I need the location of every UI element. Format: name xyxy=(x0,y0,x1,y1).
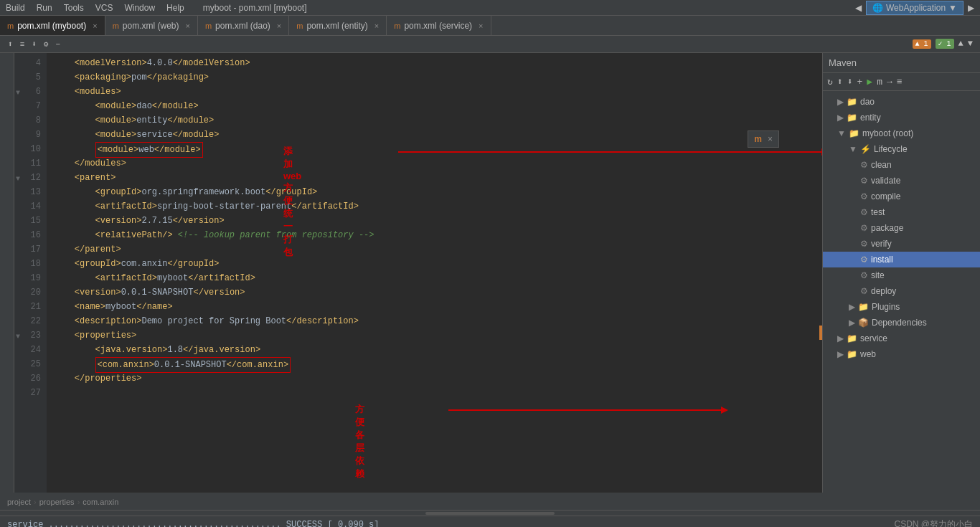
warning-badge[interactable]: ▲ 1 xyxy=(913,39,931,49)
gutter-18: 18 xyxy=(14,257,47,271)
tab-pom-myboot[interactable]: m pom.xml (myboot) × xyxy=(0,16,105,36)
gutter-26: 26 xyxy=(14,371,47,386)
breadcrumb-sep-1: › xyxy=(34,498,37,506)
gutter-22: 22 xyxy=(14,314,47,328)
menu-item-run[interactable]: Run xyxy=(37,3,52,13)
tab-close-service[interactable]: × xyxy=(479,22,483,30)
code-line-4: <modelVersion>4.0.0</modelVersion> xyxy=(47,56,822,70)
code-line-6: <modules> xyxy=(47,85,822,99)
maven-tree-entity[interactable]: ▶ 📁 entity xyxy=(823,110,980,125)
webapp-label: WebApplication xyxy=(886,3,946,13)
maven-compile-gear-icon: ⚙ xyxy=(860,191,868,201)
maven-download-btn[interactable]: ⬇ xyxy=(847,76,853,87)
maven-tree-deploy[interactable]: ⚙ deploy xyxy=(823,283,980,299)
maven-tree-validate[interactable]: ⚙ validate xyxy=(823,173,980,189)
maven-tree-package[interactable]: ⚙ package xyxy=(823,220,980,236)
code-line-15: <version>2.7.15</version> xyxy=(47,214,822,228)
maven-tree-install[interactable]: ⚙ install xyxy=(823,252,980,267)
gutter-17: 17 xyxy=(14,242,47,257)
code-line-22: <description>Demo project for Spring Boo… xyxy=(47,314,822,328)
gutter-10: 10 xyxy=(14,142,47,156)
breadcrumb-comanxin[interactable]: com.anxin xyxy=(83,498,118,506)
tab-pom-dao[interactable]: m pom.xml (dao) × xyxy=(198,16,289,36)
status-bar: service ................................… xyxy=(0,516,980,527)
maven-refresh-btn[interactable]: ↻ xyxy=(827,76,833,87)
maven-plugins-label: Plugins xyxy=(872,302,900,312)
right-marker xyxy=(819,326,822,340)
tab-pom-entity[interactable]: m pom.xml (entity) × xyxy=(289,16,387,36)
code-line-13: <groupId>org.springframework.boot</group… xyxy=(47,185,822,199)
unfold-controls[interactable]: ▼ xyxy=(968,39,973,49)
tab-close-entity[interactable]: × xyxy=(374,22,379,30)
menu-item-help[interactable]: Help xyxy=(166,3,184,13)
maven-dao-folder-icon: 📁 xyxy=(847,97,857,107)
toolbar-btn-1[interactable]: ⬆ xyxy=(6,39,15,49)
maven-run-btn[interactable]: ▶ xyxy=(867,76,872,87)
gutter-11: 11 xyxy=(14,156,47,171)
maven-tree-lifecycle[interactable]: ▼ ⚡ Lifecycle xyxy=(823,141,980,157)
maven-upload-btn[interactable]: ⬆ xyxy=(837,76,843,87)
menu-item-build[interactable]: Build xyxy=(6,3,25,13)
toolbar-minus-icon[interactable]: − xyxy=(53,40,62,49)
menu-item-tools[interactable]: Tools xyxy=(64,3,84,13)
maven-package-gear-icon: ⚙ xyxy=(860,223,868,233)
dialog-close-btn[interactable]: × xyxy=(768,134,773,144)
maven-clean-label: clean xyxy=(871,160,892,170)
maven-add-btn[interactable]: + xyxy=(857,77,862,87)
maven-package-label: package xyxy=(871,223,903,233)
gutter-24: 24 xyxy=(14,343,47,357)
maven-deps-expand-icon: ▶ xyxy=(849,318,855,328)
nav-forward-icon[interactable]: ▶ xyxy=(968,3,974,13)
tab-pom-service[interactable]: m pom.xml (service) × xyxy=(387,16,491,36)
maven-validate-gear-icon: ⚙ xyxy=(860,176,868,186)
maven-tree-web[interactable]: ▶ 📁 web xyxy=(823,346,980,362)
maven-tree-site[interactable]: ⚙ site xyxy=(823,267,980,283)
tab-close-myboot[interactable]: × xyxy=(93,22,97,30)
maven-m-btn[interactable]: m xyxy=(877,77,882,87)
maven-menu-btn[interactable]: ≡ xyxy=(897,77,903,87)
maven-tree-service[interactable]: ▶ 📁 service xyxy=(823,331,980,346)
code-line-10: <module>web</module> xyxy=(47,142,822,156)
code-editor[interactable]: 4 5 6 ▼ 7 8 9 10 11 12 ▼ 13 14 15 16 17 … xyxy=(14,53,822,493)
toolbar-btn-2[interactable]: ≡ xyxy=(18,40,27,49)
menu-item-window[interactable]: Window xyxy=(124,3,155,13)
nav-back-icon[interactable]: ◀ xyxy=(855,3,862,13)
maven-tree-dao[interactable]: ▶ 📁 dao xyxy=(823,94,980,110)
webapp-selector[interactable]: 🌐 WebApplication ▼ xyxy=(866,1,963,15)
code-line-24: <java.version>1.8</java.version> xyxy=(47,343,822,357)
fold-controls[interactable]: ▲ xyxy=(958,39,963,49)
menu-item-vcs[interactable]: VCS xyxy=(95,3,113,13)
code-lines: <modelVersion>4.0.0</modelVersion> <pack… xyxy=(47,53,822,493)
tab-pom-web[interactable]: m pom.xml (web) × xyxy=(105,16,198,36)
breadcrumb-project[interactable]: project xyxy=(7,498,31,506)
maven-tree-plugins[interactable]: ▶ 📁 Plugins xyxy=(823,299,980,315)
breadcrumb-properties[interactable]: properties xyxy=(39,498,75,506)
maven-entity-label: entity xyxy=(860,113,881,123)
horizontal-scrollbar[interactable] xyxy=(0,510,980,516)
gutter-15: 15 xyxy=(14,214,47,228)
maven-tree-verify[interactable]: ⚙ verify xyxy=(823,236,980,252)
toolbar-gear-icon[interactable]: ⚙ xyxy=(42,39,51,49)
maven-tree-compile[interactable]: ⚙ compile xyxy=(823,189,980,204)
maven-dao-expand-icon: ▶ xyxy=(837,97,844,107)
maven-web-label: web xyxy=(860,349,876,359)
maven-tree-myboot[interactable]: ▼ 📁 myboot (root) xyxy=(823,125,980,141)
maven-tree-test[interactable]: ⚙ test xyxy=(823,204,980,220)
maven-tree-dependencies[interactable]: ▶ 📦 Dependencies xyxy=(823,315,980,331)
maven-panel: Maven ↻ ⬆ ⬇ + ▶ m → ≡ ▶ 📁 dao xyxy=(822,53,980,493)
code-line-19: <artifactId>myboot</artifactId> xyxy=(47,271,822,285)
maven-verify-label: verify xyxy=(871,239,892,249)
line-gutter: 4 5 6 ▼ 7 8 9 10 11 12 ▼ 13 14 15 16 17 … xyxy=(14,53,47,493)
webapp-dropdown-icon[interactable]: ▼ xyxy=(948,3,957,13)
tab-close-web[interactable]: × xyxy=(186,22,190,30)
info-badge[interactable]: ✓ 1 xyxy=(936,39,954,49)
toolbar-btn-3[interactable]: ⬇ xyxy=(29,39,39,49)
maven-tree-clean[interactable]: ⚙ clean xyxy=(823,157,980,173)
maven-arrow-btn[interactable]: → xyxy=(887,77,892,87)
code-line-11: </modules> xyxy=(47,156,822,171)
scrollbar-thumb[interactable] xyxy=(425,512,555,515)
tab-label-service: pom.xml (service) xyxy=(404,21,472,31)
maven-compile-label: compile xyxy=(871,191,900,201)
maven-test-label: test xyxy=(871,207,885,217)
tab-close-dao[interactable]: × xyxy=(277,22,281,30)
